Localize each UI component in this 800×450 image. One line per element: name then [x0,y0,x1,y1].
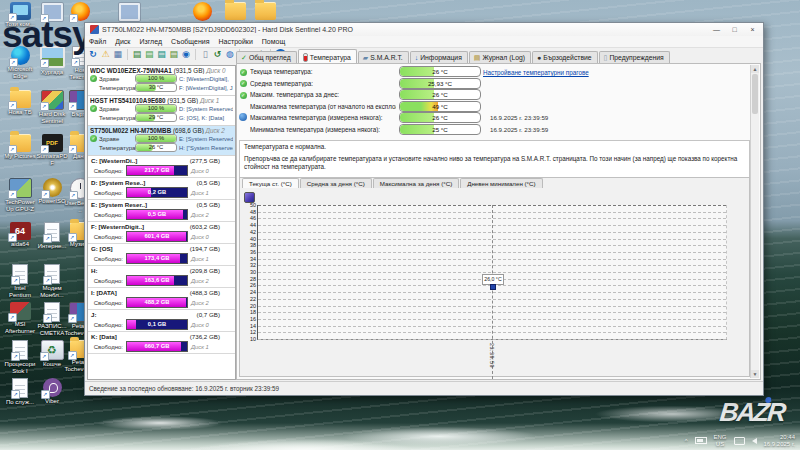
health-value: 100 % [136,105,176,112]
clock[interactable]: 20:44 16.9.2025 г. [764,434,795,447]
page-tabs: ✓Общ прегледТемпература▰S.M.A.R.T.↓Инфор… [236,49,753,63]
partition-item[interactable]: H:(209,8 GB)Свободно:163,6 GBДиск 2 [88,266,235,288]
desktop-icon-folder-shortcut-2[interactable] [255,2,276,20]
free-space-value: 488,2 GB [127,298,187,307]
alert-icon[interactable]: ⚠ [100,49,110,60]
window-titlebar[interactable]: ST750LM022 HN-M750MBB [S2YDJ9DD602302] -… [85,23,763,37]
health-label: Здраве [99,136,133,142]
partition-label: F: [WesternDigit..] [91,223,190,230]
tray-chevron[interactable]: ^ [685,438,688,444]
disk-list: WDC WD10EZEX-75WN4A1 (931,5 GB) Диск 0✓З… [88,66,235,156]
world-icon[interactable]: ◉ [181,49,191,60]
tab-Общ преглед[interactable]: ✓Общ преглед [236,51,297,63]
chart-tab-Текуща ст. (°C)[interactable]: Текуща ст. (°C) [242,178,299,188]
disk-surface-test-icon[interactable]: ▤ [132,49,142,60]
free-space-bar: 0,1 GB [126,319,188,330]
desktop-icon-folder-nova-tb[interactable]: ↗Нова ТБ [4,90,36,116]
close-button[interactable]: × [744,24,761,35]
partition-label: I: [DATA] [91,289,190,296]
temperature-recommendation-text: Препоръчва се да калибрирате температура… [244,155,745,171]
minimize-button[interactable]: — [708,24,725,35]
tab-Журнал (Log)[interactable]: ▤Журнал (Log) [469,51,531,63]
partition-free-row: Свободно:163,6 GBДиск 2 [91,275,232,286]
partition-item[interactable]: G: [OS](194,7 GB)Свободно:173,4 GBДиск 1 [88,244,235,266]
poweriso-icon: ↗ [43,178,62,197]
menu-Изглед[interactable]: Изглед [139,38,162,45]
disk-detect-icon[interactable]: ▤ [169,49,179,60]
refresh-icon[interactable]: ↻ [88,49,98,60]
menu-Диск[interactable]: Диск [115,38,130,45]
desktop-icon-folder-shortcut-1[interactable] [225,2,246,20]
partition-item[interactable]: C: [WesternDi..](277,5 GB)Свободно:217,7… [88,156,235,178]
desktop-icon-label: Microsoft Edge [4,66,36,79]
disk-random-test-icon[interactable]: ▤ [156,49,166,60]
partition-item[interactable]: I: [DATA](488,3 GB)Свободно:488,2 GBДиск… [88,288,235,310]
sync-icon[interactable]: ↺ [212,49,222,60]
free-label: Свободно: [91,234,123,240]
tab-S.M.A.R.T.[interactable]: ▰S.M.A.R.T. [358,51,409,63]
temperature-row-label: Максимална температура (измерена някога)… [250,114,396,121]
partition-free-row: Свободно:0,2 GBДиск 1 [91,187,232,198]
desktop-icon-display-shortcut[interactable] [118,2,141,22]
free-space-value: 0,1 GB [127,320,187,329]
desktop-icon-doc-intel-pentium[interactable]: ↗Intel Pentium L.A01 G... [4,264,36,298]
desktop-icon-label: По служ... [4,399,36,406]
monitor-icon[interactable]: ▦ [113,49,123,60]
disk-item[interactable]: WDC WD10EZEX-75WN4A1 (931,5 GB) Диск 0✓З… [88,66,235,96]
scroll-down-icon[interactable]: ▼ [751,370,759,378]
desktop-icon-firefox-shortcut[interactable] [193,2,212,21]
free-label: Свободно: [91,168,123,174]
shortcut-arrow-icon: ↗ [8,190,17,199]
chart-tab-Дневен минимален (°C)[interactable]: Дневен минимален (°C) [460,178,542,188]
disk-item[interactable]: ST750LM022 HN-M750MBB (698,6 GB) Диск 2✓… [88,126,235,156]
tab-Температура[interactable]: Температура [298,49,357,64]
touch-keyboard-icon[interactable] [734,437,745,445]
partition-item[interactable]: D: [System Rese..](0,5 GB)Свободно:0,2 G… [88,178,235,200]
desktop-icon-doc-po-sluzheb[interactable]: ↗По служ... [4,378,36,406]
partition-item[interactable]: F: [WesternDigit..](603,2 GB)Свободно:60… [88,222,235,244]
disk-item[interactable]: HGST HTS541010A9E680 (931,5 GB) Диск 1✓З… [88,96,235,126]
partition-free-row: Свободно:173,4 GBДиск 1 [91,253,232,264]
partition-item[interactable]: K: [Data](736,2 GB)Свободно:660,7 GBДиск… [88,332,235,354]
tab-Предупреждения[interactable]: ▯Предупреждения [599,51,670,63]
partition-item[interactable]: E: [System Reser..](0,5 GB)Свободно:0,5 … [88,200,235,222]
chart-tab-Средна за деня (°C)[interactable]: Средна за деня (°C) [300,178,372,188]
desktop-icon-aida64[interactable]: ↗aida64 [4,222,36,248]
report-icon[interactable]: ▯ [200,49,210,60]
free-label: Свободно: [91,212,123,218]
scrollbar-thumb[interactable] [752,74,758,114]
maximize-button[interactable]: □ [726,24,743,35]
language-indicator[interactable]: ENGUS [714,434,727,447]
menu-Помощ[interactable]: Помощ [262,38,285,45]
speaker-icon[interactable] [752,438,757,444]
desktop-icon-doc-procesori[interactable]: ↗Процесори Stok I [4,340,36,374]
battery-icon[interactable] [695,437,707,444]
disk-seek-test-icon[interactable]: ▤ [144,49,154,60]
right-panel-scrollbar[interactable]: ▲ ▼ [750,65,759,378]
desktop-icon-msi-afterburner[interactable]: ↗MSI Afterburner [4,302,36,334]
partition-disk-number: Диск 0 [191,234,209,240]
tab-Бързодействие[interactable]: ●Бързодействие [532,51,598,63]
hurgada-photos-icon: ↗ [40,46,65,68]
partition-item[interactable]: J:(0,7 GB)Свободно:0,1 GBДиск 0 [88,310,235,332]
desktop-icon-this-pc[interactable]: ↗Този ком... [4,2,36,28]
aida64-icon: ↗ [10,222,31,240]
temperature-thresholds-link[interactable]: Настройване температурни прагове [483,69,589,76]
desktop-icon-doc-modem[interactable]: ↗Модем Монбл... [36,264,68,298]
desktop-icon-techpowerup-gpu-z[interactable]: ↗TechPowerUp GPU-Z [4,178,36,212]
partition-disk-number: Диск 2 [191,300,209,306]
tab-label: Информация [420,54,462,61]
desktop-icon-viber[interactable]: ↗Viber [36,378,68,405]
desktop-icon-firefox[interactable]: ↗ [64,2,96,22]
tab-Информация[interactable]: ↓Информация [410,51,468,63]
network-icon[interactable]: ◍ [225,49,235,60]
menu-Настройки[interactable]: Настройки [218,38,252,45]
desktop-icon-microsoft-edge[interactable]: ↗Microsoft Edge [4,46,36,79]
firefox-icon: ↗ [71,2,90,21]
menu-Файл[interactable]: Файл [89,38,106,45]
desktop-icon-my-pictures[interactable]: ↗My Pictures [4,134,36,160]
menu-Съобщения[interactable]: Съобщения [171,38,209,45]
folder-nova-tb-icon: ↗ [10,90,31,108]
chart-tab-Максимална за деня (°C)[interactable]: Максимална за деня (°C) [373,178,459,188]
scroll-up-icon[interactable]: ▲ [751,65,759,73]
